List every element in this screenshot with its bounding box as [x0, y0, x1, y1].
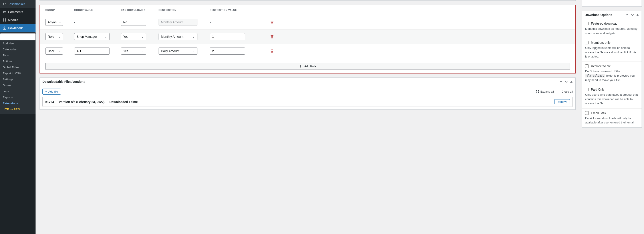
chevron-down-icon: ⌄: [141, 20, 144, 24]
paid-checkbox[interactable]: [585, 88, 589, 91]
submenu-global-rules[interactable]: Global Rules: [0, 64, 36, 70]
sidebar-label: Modula: [8, 18, 18, 22]
version-row: #1764 — Version n/a (February 23, 2022) …: [42, 97, 573, 107]
group-value-select[interactable]: Shop Manager ⌄: [74, 33, 110, 40]
select-value: Daily Amount: [161, 49, 179, 53]
close-all-label: Close all: [562, 90, 573, 93]
download-options-box: Download Options Featured download Mark …: [582, 11, 642, 128]
submenu-lite-vs-pro[interactable]: LITE vs PRO: [0, 106, 36, 112]
select-value: Monthly Amount: [161, 35, 183, 38]
sidebar-item-downloads[interactable]: Downloads: [0, 24, 36, 32]
option-members-only: Members only Only logged in users will b…: [582, 38, 642, 62]
close-all-button[interactable]: — Close all: [558, 90, 573, 93]
svg-rect-0: [3, 18, 4, 20]
svg-rect-1: [5, 18, 6, 20]
prev-metabox-edge: [40, 0, 576, 1]
sidebar-item-modula[interactable]: Modula: [0, 16, 36, 24]
group-select[interactable]: User ⌄: [45, 48, 63, 54]
delete-rule-button[interactable]: [270, 49, 274, 53]
can-download-select[interactable]: No ⌄: [121, 19, 146, 26]
members-checkbox-row[interactable]: Members only: [585, 41, 638, 44]
submenu-buttons[interactable]: Buttons: [0, 58, 36, 64]
submenu-extensions[interactable]: Extensions: [0, 100, 36, 106]
group-value-input[interactable]: [74, 48, 110, 54]
delete-rule-button[interactable]: [270, 20, 274, 24]
rules-header-row: GROUP GROUP VALUE CAN DOWNLOAD ? RESTRIC…: [40, 5, 575, 15]
option-paid-only: Paid Only Only users who purchased a pro…: [582, 85, 642, 108]
emaillock-checkbox[interactable]: [585, 111, 589, 115]
restriction-value-input[interactable]: [210, 33, 245, 40]
triangle-up-icon[interactable]: [636, 14, 639, 16]
group-select[interactable]: Anyon ⌄: [45, 19, 63, 26]
options-box-title: Download Options: [585, 13, 612, 17]
comment-icon: [2, 10, 7, 14]
chevron-down-icon[interactable]: [631, 13, 634, 16]
submenu-categories[interactable]: Categories: [0, 46, 36, 52]
option-desc: Email locked downloads will only be avai…: [585, 116, 638, 125]
sidebar-submenu: All Downloads Add New Categories Tags Bu…: [0, 32, 36, 114]
chevron-down-icon: ⌄: [192, 35, 195, 38]
col-group-value: GROUP VALUE: [74, 9, 121, 11]
members-checkbox[interactable]: [585, 41, 589, 44]
group-select[interactable]: Role ⌄: [45, 33, 63, 40]
svg-rect-2: [3, 20, 4, 22]
minus-icon: —: [558, 90, 560, 93]
restriction-value-none: -: [210, 20, 261, 24]
featured-checkbox-row[interactable]: Featured download: [585, 22, 638, 25]
chevron-up-icon[interactable]: [626, 13, 629, 16]
submenu-all-downloads[interactable]: All Downloads: [0, 33, 36, 40]
sidebar-item-testimonials[interactable]: Testimonials: [0, 0, 36, 8]
remove-version-button[interactable]: Remove: [554, 99, 570, 104]
expand-all-label: Expand all: [540, 90, 554, 93]
submenu-orders[interactable]: Orders: [0, 82, 36, 88]
restriction-value-input[interactable]: [210, 48, 245, 54]
select-value: Yes: [123, 35, 128, 38]
redirect-checkbox-row[interactable]: Redirect to file: [585, 64, 638, 68]
add-rule-button[interactable]: Add Rule: [45, 63, 570, 70]
select-value: Role: [48, 35, 54, 38]
option-label: Redirect to file: [591, 64, 611, 68]
redirect-checkbox[interactable]: [585, 64, 589, 68]
quote-icon: [2, 2, 7, 6]
option-label: Paid Only: [591, 88, 604, 91]
submenu-tags[interactable]: Tags: [0, 52, 36, 58]
main-content: GROUP GROUP VALUE CAN DOWNLOAD ? RESTRIC…: [36, 0, 580, 234]
rule-row: Anyon ⌄ - No ⌄ Monthly Amount ⌄: [40, 15, 575, 30]
restriction-select-disabled: Monthly Amount ⌄: [158, 19, 198, 26]
restriction-select[interactable]: Monthly Amount ⌄: [158, 33, 198, 40]
triangle-up-icon[interactable]: [570, 80, 573, 83]
emaillock-checkbox-row[interactable]: Email Lock: [585, 111, 638, 115]
col-can-download: CAN DOWNLOAD ?: [121, 9, 158, 11]
prev-right-metabox-edge: [582, 0, 642, 7]
select-value: Monthly Amount: [161, 20, 183, 24]
chevron-down-icon[interactable]: [565, 80, 568, 83]
submenu-export-csv[interactable]: Export to CSV: [0, 70, 36, 76]
expand-all-button[interactable]: Expand all: [536, 90, 554, 93]
can-download-select[interactable]: Yes ⌄: [121, 48, 146, 54]
can-download-select[interactable]: Yes ⌄: [121, 33, 146, 40]
chevron-down-icon: ⌄: [58, 35, 60, 38]
submenu-settings[interactable]: Settings: [0, 76, 36, 82]
option-label: Email Lock: [591, 111, 606, 115]
plus-icon: +: [45, 90, 47, 93]
restriction-select[interactable]: Daily Amount ⌄: [158, 48, 198, 54]
sidebar-label: Downloads: [8, 26, 23, 30]
featured-checkbox[interactable]: [585, 22, 589, 25]
add-file-button[interactable]: + Add file: [42, 88, 61, 94]
option-desc: Don't force download. If the dlm_uploads…: [585, 69, 638, 82]
chevron-up-icon[interactable]: [560, 80, 562, 83]
col-group: GROUP: [45, 9, 74, 11]
option-email-lock: Email Lock Email locked downloads will o…: [582, 108, 642, 128]
add-rule-label: Add Rule: [304, 64, 316, 68]
sidebar-item-comments[interactable]: Comments: [0, 8, 36, 16]
options-box-header: Download Options: [582, 11, 642, 19]
rule-row: User ⌄ Yes ⌄ Daily Amount ⌄: [40, 44, 575, 58]
submenu-add-new[interactable]: Add New: [0, 40, 36, 46]
files-box-title: Downloadable Files/Versions: [42, 80, 85, 84]
paid-checkbox-row[interactable]: Paid Only: [585, 88, 638, 91]
delete-rule-button[interactable]: [270, 35, 274, 39]
chevron-down-icon: ⌄: [58, 49, 60, 53]
version-label: #1764 — Version n/a (February 23, 2022) …: [45, 100, 138, 104]
submenu-logs[interactable]: Logs: [0, 88, 36, 94]
submenu-reports[interactable]: Reports: [0, 94, 36, 100]
